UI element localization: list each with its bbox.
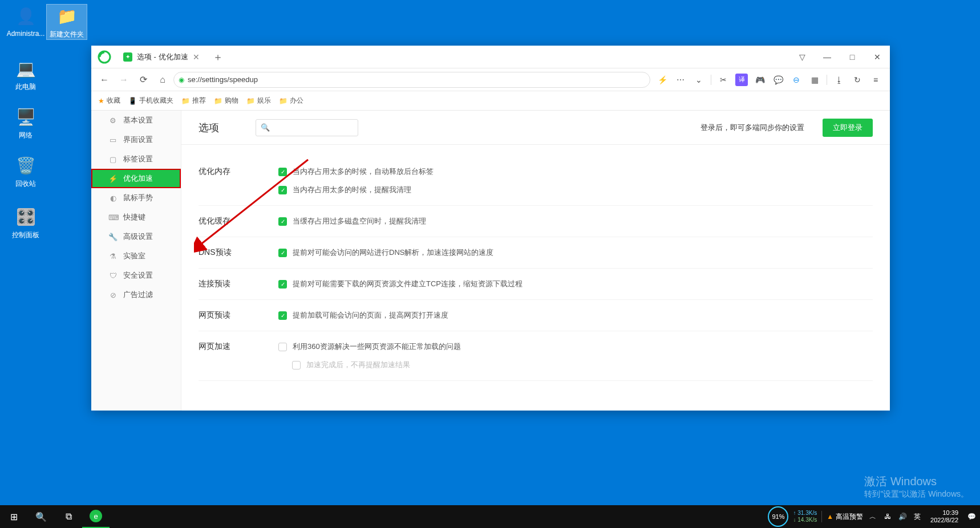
grid-icon[interactable]: ▦ <box>808 74 821 86</box>
desktop-icon-admin[interactable]: 👤Administra... <box>6 5 46 38</box>
system-tray: 91% ↑ 31.3K/s ↓ 14.3K/s ▲ 高温预警 ︿ 🖧 🔊 英 1… <box>768 506 980 527</box>
settings-section-5: 网页加速利用360资源解决一些网页资源不能正常加载的问题加速完成后，不再提醒加速… <box>199 331 873 381</box>
sidebar-item-7[interactable]: ⚗实验室 <box>91 246 181 266</box>
forward-button[interactable]: → <box>115 71 132 88</box>
url-text: se://settings/speedup <box>188 75 258 84</box>
back-button[interactable]: ← <box>96 71 113 88</box>
weather-alert[interactable]: ▲ 高温预警 <box>827 512 863 522</box>
circle-icon[interactable]: ⊖ <box>790 74 803 86</box>
history-icon[interactable]: ↻ <box>851 74 864 86</box>
search-input[interactable]: 🔍 <box>256 119 358 136</box>
chevron-down-icon[interactable]: ⌄ <box>693 74 705 86</box>
reader-mode-icon[interactable]: ▽ <box>789 46 815 68</box>
settings-content: ⚙基本设置▭界面设置▢标签设置⚡优化加速◐鼠标手势⌨快捷键🔧高级设置⚗实验室🛡安… <box>91 111 890 411</box>
taskview-button[interactable]: ⧉ <box>55 505 82 528</box>
sidebar-item-label: 快捷键 <box>123 212 145 222</box>
gamepad-icon[interactable]: 🎮 <box>754 74 766 86</box>
sidebar-item-4[interactable]: ◐鼠标手势 <box>91 188 181 208</box>
sidebar-item-3[interactable]: ⚡优化加速 <box>91 169 181 188</box>
bookmark-recommend[interactable]: 📁推荐 <box>181 96 206 105</box>
sidebar-icon: 🔧 <box>108 233 118 241</box>
browser-window: ✦ 选项 - 优化加速 ✕ ＋ ▽ — □ ✕ ← → ⟳ ⌂ ◉ se://s… <box>91 46 890 411</box>
desktop-icon-control-panel[interactable]: 🎛️控制面板 <box>6 205 46 240</box>
network-speed[interactable]: ↑ 31.3K/s ↓ 14.3K/s <box>793 510 817 523</box>
clock[interactable]: 10:39 2022/8/22 <box>927 509 962 524</box>
checkbox[interactable]: ✓ <box>278 311 287 320</box>
reload-button[interactable]: ⟳ <box>135 71 152 88</box>
settings-section-3: 连接预读✓提前对可能需要下载的网页资源文件建立TCP连接，缩短资源下载过程 <box>199 269 873 300</box>
translate-icon[interactable]: 译 <box>735 74 748 86</box>
setting-label: 提前对可能会访问的网站进行DNS解析，加速连接网站的速度 <box>293 247 493 258</box>
desktop-icon-network[interactable]: 🖥️网络 <box>6 105 46 140</box>
network-icon[interactable]: 🖧 <box>882 513 893 521</box>
desktop-icon-new-folder[interactable]: 📁新建文件夹 <box>47 5 87 39</box>
sidebar-icon: ◐ <box>108 194 118 202</box>
minimize-button[interactable]: — <box>815 46 840 68</box>
setting-label: 加速完成后，不再提醒加速结果 <box>306 360 410 370</box>
new-tab-button[interactable]: ＋ <box>210 49 226 65</box>
warning-icon: ▲ <box>827 513 833 521</box>
desktop-icon-label: Administra... <box>6 30 46 38</box>
bookmark-office[interactable]: 📁办公 <box>279 96 303 105</box>
login-button[interactable]: 立即登录 <box>823 119 873 137</box>
setting-row: ✓提前对可能需要下载的网页资源文件建立TCP连接，缩短资源下载过程 <box>278 279 873 289</box>
section-title: 连接预读 <box>199 279 278 289</box>
download-icon[interactable]: ⭳ <box>833 74 845 86</box>
site-shield-icon: ◉ <box>179 76 184 84</box>
home-button[interactable]: ⌂ <box>154 71 171 88</box>
bookmark-entertainment[interactable]: 📁娱乐 <box>246 96 271 105</box>
address-bar-row: ← → ⟳ ⌂ ◉ se://settings/speedup ⚡ ⋯ ⌄ ✂ … <box>91 68 890 91</box>
bookmark-phone[interactable]: 📱手机收藏夹 <box>128 96 173 105</box>
search-icon: 🔍 <box>261 123 270 132</box>
section-title: DNS预读 <box>199 247 278 258</box>
volume-icon[interactable]: 🔊 <box>897 513 908 521</box>
start-button[interactable]: ⊞ <box>0 505 27 528</box>
taskbar-app-360[interactable]: e <box>82 505 110 528</box>
sidebar-item-label: 标签设置 <box>123 154 153 164</box>
desktop-icon-recycle[interactable]: 🗑️回收站 <box>6 154 46 189</box>
notifications-icon[interactable]: 💬 <box>966 513 977 521</box>
tab-close-icon[interactable]: ✕ <box>193 52 200 62</box>
sidebar-item-1[interactable]: ▭界面设置 <box>91 130 181 149</box>
setting-row: ✓提前对可能会访问的网站进行DNS解析，加速连接网站的速度 <box>278 247 873 258</box>
browser-tab[interactable]: ✦ 选项 - 优化加速 ✕ <box>118 47 205 67</box>
search-button[interactable]: 🔍 <box>27 505 55 528</box>
new-folder-icon: 📁 <box>55 5 78 27</box>
setting-row: 加速完成后，不再提醒加速结果 <box>278 360 873 370</box>
checkbox[interactable]: ✓ <box>278 280 287 289</box>
menu-icon[interactable]: ≡ <box>869 74 882 86</box>
folder-icon: 📁 <box>214 97 222 105</box>
bookmark-shopping[interactable]: 📁购物 <box>214 96 238 105</box>
url-input[interactable]: ◉ se://settings/speedup <box>173 72 650 88</box>
browser-taskbar-icon: e <box>90 510 102 522</box>
ime-indicator[interactable]: 英 <box>912 512 922 522</box>
sidebar-item-0[interactable]: ⚙基本设置 <box>91 111 181 130</box>
section-title: 网页加速 <box>199 342 278 370</box>
sidebar-item-8[interactable]: 🛡安全设置 <box>91 266 181 285</box>
settings-section-2: DNS预读✓提前对可能会访问的网站进行DNS解析，加速连接网站的速度 <box>199 237 873 269</box>
checkbox[interactable]: ✓ <box>278 186 287 194</box>
checkbox[interactable]: ✓ <box>278 249 287 257</box>
sidebar-item-5[interactable]: ⌨快捷键 <box>91 208 181 227</box>
more-icon[interactable]: ⋯ <box>674 74 687 86</box>
bookmark-fav[interactable]: ★收藏 <box>98 96 120 105</box>
scissors-icon[interactable]: ✂ <box>717 74 730 86</box>
maximize-button[interactable]: □ <box>840 46 865 68</box>
sidebar-item-6[interactable]: 🔧高级设置 <box>91 227 181 246</box>
message-icon[interactable]: 💬 <box>772 74 784 86</box>
tab-title: 选项 - 优化加速 <box>137 52 188 62</box>
checkbox[interactable] <box>278 343 287 351</box>
tray-chevron-icon[interactable]: ︿ <box>868 512 878 522</box>
close-window-button[interactable]: ✕ <box>865 46 890 68</box>
sidebar-item-2[interactable]: ▢标签设置 <box>91 149 181 169</box>
setting-row: 利用360资源解决一些网页资源不能正常加载的问题 <box>278 342 873 352</box>
settings-main: 选项 🔍 登录后，即可多端同步你的设置 立即登录 优化内存✓当内存占用太多的时候… <box>181 111 890 411</box>
flash-icon[interactable]: ⚡ <box>656 74 669 86</box>
checkbox[interactable]: ✓ <box>278 168 287 176</box>
sidebar-item-9[interactable]: ⊘广告过滤 <box>91 285 181 304</box>
sidebar-icon: ⊘ <box>108 291 118 299</box>
checkbox[interactable]: ✓ <box>278 217 287 226</box>
desktop-icon-this-pc[interactable]: 💻此电脑 <box>6 57 46 92</box>
battery-indicator[interactable]: 91% <box>768 506 788 527</box>
checkbox[interactable] <box>292 361 301 369</box>
